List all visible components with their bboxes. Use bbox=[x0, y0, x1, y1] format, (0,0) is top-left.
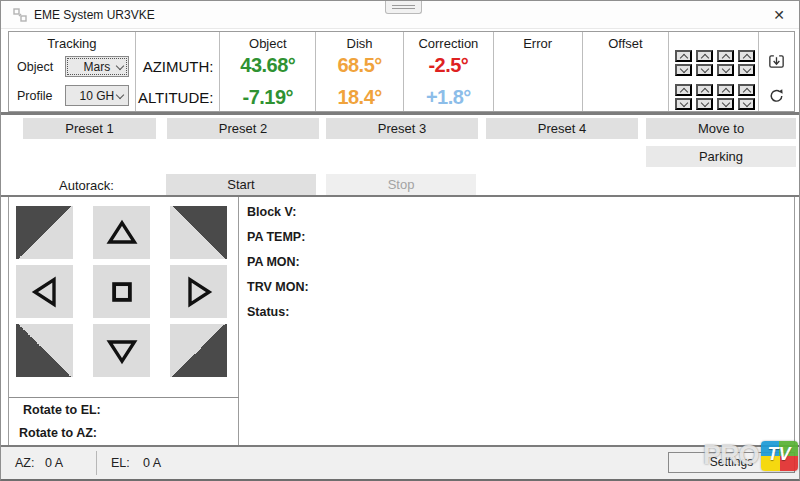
tray-save-icon bbox=[767, 52, 786, 71]
chevron-up-icon bbox=[743, 54, 751, 62]
azimuth-label: AZIMUTH: bbox=[136, 58, 214, 75]
nudge-up-button[interactable] bbox=[696, 84, 713, 96]
statusbar-az-value: 0 A bbox=[45, 447, 63, 479]
axis-labels-column: AZIMUTH: ALTITUDE: bbox=[136, 32, 221, 111]
nudge-up-button[interactable] bbox=[717, 50, 734, 62]
nudge-up-button[interactable] bbox=[675, 84, 692, 96]
offset-column-header: Offset bbox=[583, 36, 669, 51]
nudge-down-button[interactable] bbox=[738, 98, 755, 110]
object-label: Object bbox=[17, 60, 65, 74]
statusbar-az-label: AZ: bbox=[15, 447, 34, 479]
chevron-down-icon bbox=[722, 64, 730, 72]
triangle-right-icon bbox=[181, 274, 217, 310]
tracking-group: Tracking Object Mars Profile 10 GH bbox=[9, 32, 136, 111]
move-to-button[interactable]: Move to bbox=[646, 118, 796, 139]
profile-label: Profile bbox=[17, 89, 65, 103]
chevron-down-icon bbox=[701, 98, 709, 106]
nudge-down-button[interactable] bbox=[717, 98, 734, 110]
nudge-up-button[interactable] bbox=[738, 84, 755, 96]
jog-up-left-button[interactable] bbox=[16, 206, 73, 259]
nudge-up-button[interactable] bbox=[675, 50, 692, 62]
main-area: Rotate to EL: Rotate to AZ: Block V: PA … bbox=[8, 197, 795, 448]
preset-3-button[interactable]: Preset 3 bbox=[326, 118, 478, 139]
dish-readout-column: Dish 68.5° 18.4° bbox=[316, 32, 404, 111]
jog-right-button[interactable] bbox=[170, 265, 227, 318]
window-grip[interactable] bbox=[385, 1, 422, 14]
error-readout-column: Error bbox=[494, 32, 583, 111]
autorack-stop-button[interactable]: Stop bbox=[326, 174, 476, 195]
chevron-down-icon bbox=[115, 91, 123, 99]
object-select[interactable]: Mars bbox=[65, 56, 129, 77]
block-v-label: Block V: bbox=[247, 205, 794, 219]
nudge-down-button[interactable] bbox=[717, 64, 734, 76]
close-icon[interactable]: ✕ bbox=[765, 1, 793, 29]
profile-select[interactable]: 10 GH bbox=[65, 85, 129, 106]
profile-select-value: 10 GH bbox=[79, 89, 114, 103]
readout-panel: Tracking Object Mars Profile 10 GH AZIMU… bbox=[8, 31, 795, 112]
jog-down-right-button[interactable] bbox=[170, 324, 227, 377]
autorack-start-button[interactable]: Start bbox=[166, 174, 316, 195]
preset-2-button[interactable]: Preset 2 bbox=[167, 118, 319, 139]
settings-button[interactable]: Settings bbox=[668, 452, 795, 473]
nudge-up-button[interactable] bbox=[696, 50, 713, 62]
chevron-down-icon bbox=[680, 64, 688, 72]
chevron-up-icon bbox=[680, 54, 688, 62]
divider bbox=[9, 397, 239, 398]
chevron-down-icon bbox=[680, 98, 688, 106]
store-offset-button[interactable] bbox=[766, 51, 787, 72]
chevron-up-icon bbox=[722, 54, 730, 62]
offset-nudge-grid bbox=[669, 32, 759, 111]
divider bbox=[1, 112, 799, 115]
jog-down-left-button[interactable] bbox=[16, 324, 73, 377]
chevron-up-icon bbox=[701, 88, 709, 96]
rotate-to-az-label: Rotate to AZ: bbox=[19, 426, 97, 440]
refresh-icon bbox=[768, 87, 785, 104]
triangle-down-icon bbox=[104, 333, 140, 369]
jog-up-right-button[interactable] bbox=[170, 206, 227, 259]
app-window: EME System UR3VKE ✕ Tracking Object Mars… bbox=[0, 0, 800, 481]
nudge-down-button[interactable] bbox=[675, 98, 692, 110]
divider bbox=[96, 451, 97, 475]
object-column-header: Object bbox=[220, 36, 315, 51]
correction-readout-column: Correction -2.5° +1.8° bbox=[404, 32, 494, 111]
triangle-left-icon bbox=[27, 274, 63, 310]
correction-azimuth-value: -2.5° bbox=[404, 54, 493, 77]
reset-offset-button[interactable] bbox=[766, 85, 787, 106]
chevron-up-icon bbox=[701, 54, 709, 62]
nudge-down-button[interactable] bbox=[675, 64, 692, 76]
jog-down-button[interactable] bbox=[93, 324, 150, 377]
nudge-down-button[interactable] bbox=[738, 64, 755, 76]
object-select-value: Mars bbox=[84, 60, 111, 74]
jog-up-button[interactable] bbox=[93, 206, 150, 259]
chevron-up-icon bbox=[722, 88, 730, 96]
pa-mon-label: PA MON: bbox=[247, 255, 794, 269]
status-label: Status: bbox=[247, 305, 794, 319]
nudge-up-button[interactable] bbox=[738, 50, 755, 62]
nudge-up-button[interactable] bbox=[717, 84, 734, 96]
jog-control-pane: Rotate to EL: Rotate to AZ: bbox=[9, 197, 239, 447]
preset-1-button[interactable]: Preset 1 bbox=[23, 118, 156, 139]
parking-button[interactable]: Parking bbox=[646, 146, 796, 167]
panel-tools-column bbox=[759, 32, 794, 111]
statusbar-el-value: 0 A bbox=[143, 447, 161, 479]
correction-altitude-value: +1.8° bbox=[404, 86, 493, 109]
chevron-down-icon bbox=[743, 64, 751, 72]
nudge-down-button[interactable] bbox=[696, 98, 713, 110]
jog-stop-button[interactable] bbox=[93, 265, 150, 318]
autorack-label: Autorack: bbox=[59, 178, 114, 193]
app-icon bbox=[13, 8, 27, 22]
chevron-down-icon bbox=[701, 64, 709, 72]
error-column-header: Error bbox=[494, 36, 582, 51]
window-title: EME System UR3VKE bbox=[34, 1, 155, 29]
object-azimuth-value: 43.68° bbox=[220, 54, 315, 77]
object-readout-column: Object 43.68° -7.19° bbox=[220, 32, 316, 111]
offset-readout-column: Offset bbox=[583, 32, 670, 111]
triangle-up-icon bbox=[104, 215, 140, 251]
jog-left-button[interactable] bbox=[16, 265, 73, 318]
nudge-down-button[interactable] bbox=[696, 64, 713, 76]
title-bar: EME System UR3VKE ✕ bbox=[1, 1, 799, 29]
statusbar-el-label: EL: bbox=[111, 447, 130, 479]
preset-4-button[interactable]: Preset 4 bbox=[486, 118, 638, 139]
altitude-label: ALTITUDE: bbox=[136, 89, 214, 106]
correction-column-header: Correction bbox=[404, 36, 493, 51]
